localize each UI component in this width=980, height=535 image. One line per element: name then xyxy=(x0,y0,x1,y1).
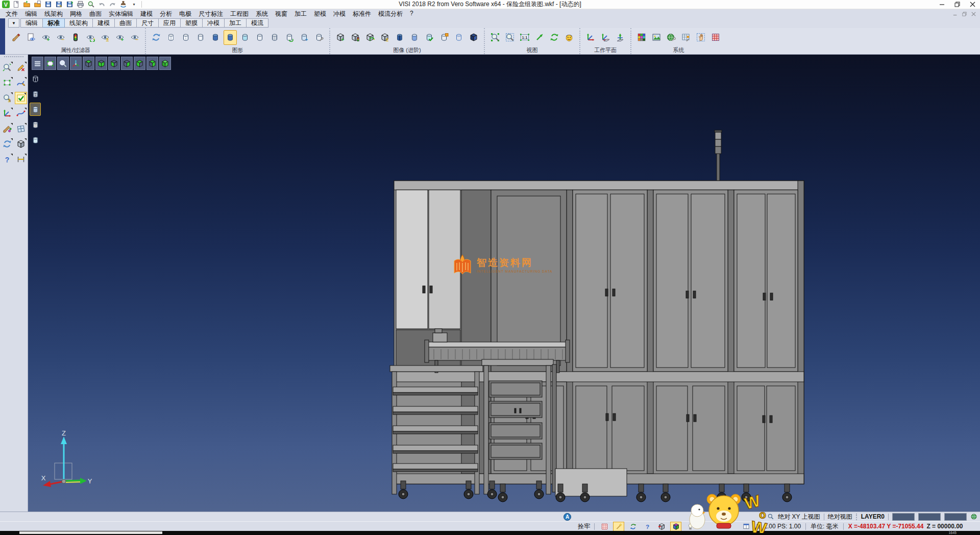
cylinder-check-icon[interactable] xyxy=(423,30,436,45)
render-wireframe-icon[interactable] xyxy=(30,72,41,85)
menu-item-8[interactable]: 电极 xyxy=(176,10,195,18)
color-swatch-1[interactable] xyxy=(892,513,915,521)
zoom-magnifier-icon[interactable] xyxy=(57,57,69,70)
zoom-arrow-icon[interactable] xyxy=(533,30,546,45)
color-palette-icon[interactable] xyxy=(635,30,648,45)
zoom-one-to-one-icon[interactable]: 1:1 xyxy=(518,30,531,45)
visi-logo-icon[interactable]: V xyxy=(2,1,10,8)
menu-item-1[interactable]: 编辑 xyxy=(21,10,41,18)
cylinder-add-icon[interactable]: + xyxy=(298,30,311,45)
save-copy-icon[interactable] xyxy=(65,1,74,9)
open-file-icon[interactable] xyxy=(22,1,31,9)
ucs-axes-icon[interactable] xyxy=(1,107,13,119)
menu-item-3[interactable]: 网格 xyxy=(66,10,86,18)
model-viewport[interactable]: Z X Y 智造资料网 INTELLIGENT MANUFACTURING DA… xyxy=(28,55,980,512)
new-file-icon[interactable] xyxy=(11,1,20,9)
selection-hand-icon[interactable] xyxy=(694,30,707,45)
eye-minus-icon[interactable]: − xyxy=(128,30,141,45)
cylinder-shaded-dark-icon[interactable] xyxy=(209,30,222,45)
magic-wand-icon[interactable] xyxy=(613,522,624,531)
zoom-window-icon[interactable] xyxy=(503,30,517,45)
menu-item-16[interactable]: 标准件 xyxy=(349,10,375,18)
sketch-erase-icon[interactable] xyxy=(15,61,27,74)
tab-7[interactable]: 塑膜 xyxy=(181,18,203,28)
cylinder-dashed-icon[interactable] xyxy=(194,30,207,45)
menu-item-2[interactable]: 线架构 xyxy=(41,10,66,18)
undo-icon[interactable] xyxy=(97,1,106,9)
attribute-brush-icon[interactable] xyxy=(10,30,23,45)
menu-item-0[interactable]: 文件 xyxy=(2,10,21,18)
absolute-view-label[interactable]: 绝对视图 xyxy=(828,513,852,521)
menu-item-12[interactable]: 视窗 xyxy=(272,10,291,18)
zoom-fit-frame-icon[interactable] xyxy=(44,57,56,70)
solid-cube-icon[interactable] xyxy=(15,138,27,150)
cylinder-hatched-icon[interactable] xyxy=(268,30,281,45)
page-preview-eye-icon[interactable] xyxy=(24,30,38,45)
curve-sketch-icon[interactable] xyxy=(15,77,27,89)
model-search-icon[interactable] xyxy=(1,61,13,74)
spline-edit-icon[interactable] xyxy=(15,107,27,119)
cylinder-wireframe-icon[interactable] xyxy=(164,30,178,45)
axonometric-axes-icon[interactable] xyxy=(70,57,82,70)
measure-distance-icon[interactable] xyxy=(15,153,27,165)
print-preview-icon[interactable] xyxy=(86,1,95,9)
cube-view-left-icon[interactable] xyxy=(134,57,145,70)
menu-item-7[interactable]: 分析 xyxy=(156,10,176,18)
cylinder-copy-icon[interactable] xyxy=(437,30,451,45)
view-list-menu-icon[interactable] xyxy=(32,57,43,70)
cube-refresh-icon[interactable] xyxy=(363,30,377,45)
redo-icon[interactable] xyxy=(108,1,117,9)
menu-item-11[interactable]: 系统 xyxy=(252,10,272,18)
annotation-a-badge[interactable]: A xyxy=(564,513,571,521)
attribute-paint-icon[interactable] xyxy=(1,123,13,135)
filter-traffic-light-icon[interactable] xyxy=(69,30,82,45)
render-hidden-icon[interactable] xyxy=(30,87,41,101)
cube-add-icon[interactable]: + xyxy=(334,30,347,45)
display-refresh-icon[interactable] xyxy=(150,30,163,45)
cylinder-solid-blue-icon[interactable] xyxy=(393,30,406,45)
workplane-align-icon[interactable] xyxy=(614,30,627,45)
zoom-dynamic-icon[interactable]: ± xyxy=(1,92,13,104)
view-regen-icon[interactable] xyxy=(1,138,13,150)
menu-item-18[interactable]: ? xyxy=(406,10,417,18)
render-shaded-icon[interactable] xyxy=(30,103,41,116)
menu-item-10[interactable]: 工程图 xyxy=(227,10,252,18)
workplane-xy-icon[interactable] xyxy=(584,30,597,45)
cylinder-wire-blue-icon[interactable] xyxy=(452,30,465,45)
eye-show-add-icon[interactable]: + xyxy=(39,30,53,45)
menu-item-4[interactable]: 曲面 xyxy=(86,10,105,18)
cube-view-front-icon[interactable] xyxy=(108,57,120,70)
grid-settings-icon[interactable] xyxy=(709,30,722,45)
layer-indicator[interactable]: LAYER0 xyxy=(861,513,885,520)
eye-plus-icon[interactable]: + xyxy=(113,30,127,45)
cube-view-back-icon[interactable] xyxy=(121,57,133,70)
help-question-icon[interactable]: ? xyxy=(1,153,13,165)
tab-dropdown-button[interactable]: ▼ xyxy=(8,18,19,28)
window-layout-icon[interactable] xyxy=(15,123,27,135)
eye-refresh-icon[interactable] xyxy=(84,30,97,45)
cylinder-hidden-line-icon[interactable] xyxy=(179,30,192,45)
print-icon[interactable] xyxy=(76,1,85,9)
tab-2[interactable]: 线架构 xyxy=(65,18,93,28)
menu-item-9[interactable]: 尺寸标注 xyxy=(195,10,227,18)
system-settings-globe-icon[interactable] xyxy=(665,30,678,45)
recycle-refresh-icon[interactable] xyxy=(627,522,639,531)
export-cube-icon[interactable] xyxy=(656,522,667,531)
cube-traffic-light-icon[interactable] xyxy=(349,30,362,45)
child-minimize-button[interactable] xyxy=(950,10,960,17)
options-table-icon[interactable] xyxy=(679,30,693,45)
tab-3[interactable]: 建模 xyxy=(93,18,115,28)
background-picture-icon[interactable] xyxy=(650,30,663,45)
eye-plus-minus-icon[interactable]: ± xyxy=(99,30,112,45)
status-help-icon[interactable]: ? xyxy=(642,522,653,531)
lock-label[interactable]: 拴牢 xyxy=(578,522,590,531)
tab-6[interactable]: 应用 xyxy=(159,18,181,28)
close-button[interactable] xyxy=(965,0,980,9)
cylinder-tools-icon[interactable] xyxy=(312,30,326,45)
cube-view-iso-icon[interactable] xyxy=(159,57,171,70)
view-dynamic-smiley-icon[interactable] xyxy=(562,30,576,45)
restore-button[interactable] xyxy=(949,0,965,9)
view-mode-label[interactable]: 绝对 XY 上视图 xyxy=(778,513,820,521)
taskbar-item[interactable] xyxy=(19,531,162,534)
view-cube-icon[interactable] xyxy=(670,522,681,531)
